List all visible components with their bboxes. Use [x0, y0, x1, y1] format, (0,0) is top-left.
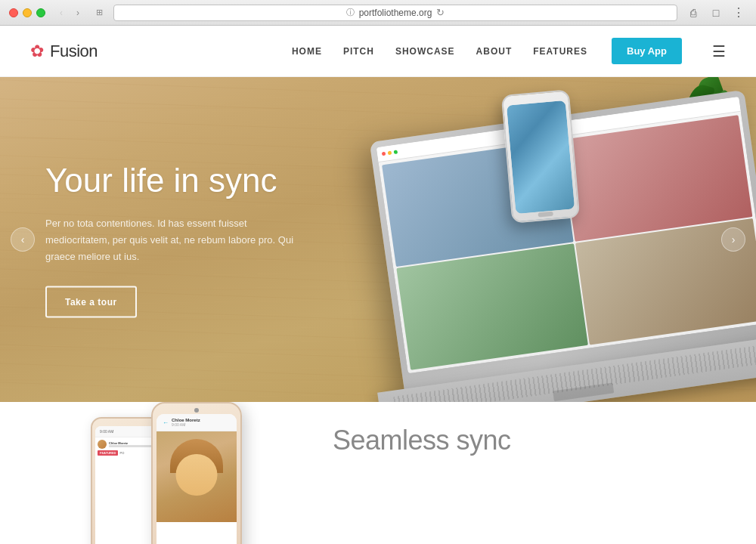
sp-featured-badge: FEATURED — [98, 450, 118, 456]
lp-face-skin — [176, 454, 218, 496]
lp-portrait — [156, 431, 237, 522]
address-bar[interactable]: ⓘ portfoliotheme.org ↻ — [113, 5, 677, 21]
view-button[interactable]: ⊞ — [92, 6, 106, 20]
bookmark-button[interactable]: □ — [708, 5, 724, 21]
browser-traffic-lights — [9, 8, 45, 17]
showcase-phone-large-screen: ← Chloe Moretz 9:00 AM — [156, 414, 237, 544]
sp-content-row-1: Chloe Moretz — [98, 440, 156, 449]
below-hero-section: 9:00 AM Chloe Moretz FEATURED PO — [0, 402, 756, 544]
minimize-button[interactable] — [23, 8, 32, 17]
lp-camera-dot — [194, 408, 199, 413]
lp-screen-header: ← Chloe Moretz 9:00 AM — [156, 414, 237, 431]
screen-dot-red — [382, 152, 386, 156]
menu-button[interactable]: ⋮ — [730, 5, 747, 21]
logo[interactable]: ✿ Fusion — [30, 42, 98, 61]
nav-showcase[interactable]: SHOWCASE — [395, 46, 455, 57]
sp-badges-row: FEATURED PO — [98, 450, 156, 456]
url-text: portfoliotheme.org — [359, 8, 432, 18]
sp-avatar — [98, 440, 107, 449]
refresh-icon[interactable]: ↻ — [436, 7, 445, 18]
nav-home[interactable]: HOME — [292, 46, 322, 57]
showcase-phone-small-screen: 9:00 AM Chloe Moretz FEATURED PO — [95, 426, 158, 544]
website-content: ✿ Fusion HOME PITCH SHOWCASE ABOUT FEATU… — [0, 26, 756, 544]
small-phone-screen-inner — [507, 100, 575, 214]
small-phone-screen — [507, 100, 575, 214]
share-button[interactable]: ⎙ — [685, 5, 702, 21]
maximize-button[interactable] — [36, 8, 45, 17]
screen-dot-yellow — [388, 151, 392, 156]
nav-about[interactable]: ABOUT — [476, 46, 513, 57]
browser-chrome: ‹ › ⊞ ⓘ portfoliotheme.org ↻ ⎙ □ ⋮ — [0, 0, 756, 26]
close-button[interactable] — [9, 8, 18, 17]
security-icon: ⓘ — [346, 7, 355, 18]
laptop-touchpad — [553, 382, 614, 401]
showcase-phone-large: ← Chloe Moretz 9:00 AM — [151, 402, 242, 544]
hamburger-menu-button[interactable]: ☰ — [712, 42, 726, 60]
small-phone-home-button — [538, 212, 553, 218]
browser-nav-buttons: ‹ › — [54, 6, 85, 20]
back-button[interactable]: ‹ — [54, 6, 68, 20]
lp-portrait-face — [170, 439, 223, 473]
hero-section: ‹ › Your life in sync Per no tota conten… — [0, 77, 756, 402]
hero-content: Your life in sync Per no tota contention… — [45, 162, 302, 318]
hero-prev-arrow[interactable]: ‹ — [11, 227, 35, 252]
lp-contact-time: 9:00 AM — [172, 422, 200, 427]
buy-app-button[interactable]: Buy App — [612, 38, 682, 64]
sp-screen-header: 9:00 AM — [95, 426, 158, 437]
lp-back-arrow-icon: ← — [163, 419, 169, 426]
lp-contact-info: Chloe Moretz 9:00 AM — [172, 418, 200, 427]
site-nav: HOME PITCH SHOWCASE ABOUT FEATURES Buy A… — [292, 38, 726, 64]
site-header: ✿ Fusion HOME PITCH SHOWCASE ABOUT FEATU… — [0, 26, 756, 77]
hero-cta-button[interactable]: Take a tour — [45, 286, 137, 317]
sp-screen-content: Chloe Moretz FEATURED PO — [95, 437, 158, 458]
sp-po-text: PO — [119, 451, 124, 455]
logo-icon: ✿ — [30, 42, 44, 61]
nav-pitch[interactable]: PITCH — [343, 46, 374, 57]
hero-title: Your life in sync — [45, 162, 302, 200]
forward-button[interactable]: › — [71, 6, 85, 20]
logo-text: Fusion — [50, 42, 98, 61]
small-phone-mockup — [501, 89, 580, 223]
seamless-section: Seamless sync — [287, 402, 756, 479]
nav-features[interactable]: FEATURES — [533, 46, 587, 57]
seamless-title: Seamless sync — [333, 425, 511, 456]
hero-next-arrow[interactable]: › — [721, 227, 745, 252]
screen-dot-green — [394, 150, 398, 154]
browser-actions: ⎙ □ ⋮ — [685, 5, 747, 21]
lp-face-hair — [170, 439, 223, 473]
browser-titlebar: ‹ › ⊞ ⓘ portfoliotheme.org ↻ ⎙ □ ⋮ — [0, 0, 756, 26]
sp-text-line — [109, 445, 156, 447]
sp-time: 9:00 AM — [100, 429, 113, 434]
phones-showcase: 9:00 AM Chloe Moretz FEATURED PO — [0, 402, 287, 544]
hero-subtitle: Per no tota contentiones. Id has essent … — [45, 215, 302, 264]
